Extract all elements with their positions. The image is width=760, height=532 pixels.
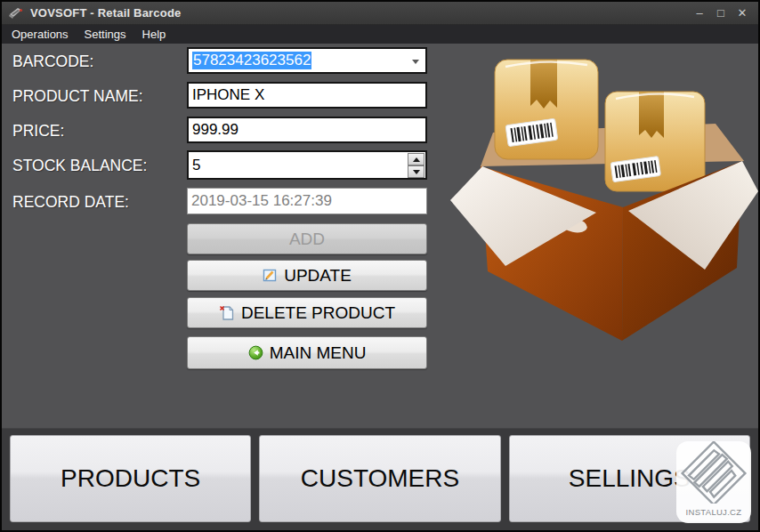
parcel-small [605, 92, 705, 191]
barcode-combobox[interactable]: 57823423623562 [187, 47, 427, 74]
nav-products-button[interactable]: PRODUCTS [10, 435, 251, 522]
nav-products-label: PRODUCTS [61, 464, 200, 493]
app-window: VOVSOFT - Retail Barcode – □ ✕ Operation… [0, 0, 760, 532]
nav-customers-button[interactable]: CUSTOMERS [259, 435, 500, 522]
spinner-down-icon [413, 170, 420, 174]
minimize-button[interactable]: – [691, 2, 708, 24]
window-controls: – □ ✕ [691, 2, 751, 24]
add-button-label: ADD [289, 230, 325, 249]
menu-bar: Operations Settings Help [2, 25, 758, 44]
price-label: PRICE: [12, 122, 64, 141]
nav-sellings-label: SELLINGS [569, 464, 691, 493]
stock-spin-down-button[interactable] [408, 165, 424, 178]
watermark-label: INSTALUJ.CZ [676, 507, 751, 517]
stock-balance-label: STOCK BALANCE: [12, 157, 147, 175]
edit-icon [263, 268, 278, 283]
barcode-label: BARCODE: [12, 52, 93, 71]
record-date-input[interactable] [187, 188, 427, 214]
menu-operations[interactable]: Operations [4, 25, 77, 44]
spinner-up-icon [413, 157, 420, 162]
product-name-input[interactable] [187, 82, 427, 109]
menu-help[interactable]: Help [134, 25, 174, 44]
dropdown-arrow-icon[interactable] [412, 60, 419, 64]
close-button[interactable]: ✕ [733, 2, 751, 24]
main-menu-button-label: MAIN MENU [270, 343, 367, 363]
maximize-button[interactable]: □ [712, 2, 730, 24]
stock-spin-up-button[interactable] [408, 153, 424, 165]
box-illustration [449, 51, 758, 346]
product-name-label: PRODUCT NAME: [12, 87, 143, 106]
record-date-label: RECORD DATE: [12, 193, 129, 212]
instaluj-watermark: INSTALUJ.CZ [676, 441, 751, 523]
update-button-label: UPDATE [284, 266, 352, 286]
app-icon [9, 6, 24, 20]
window-title: VOVSOFT - Retail Barcode [30, 6, 182, 20]
main-area: BARCODE: 57823423623562 PRODUCT NAME: PR… [2, 44, 758, 428]
stock-input[interactable] [187, 150, 427, 180]
delete-icon [219, 305, 235, 320]
main-menu-button[interactable]: MAIN MENU [187, 336, 427, 369]
bottom-bar: PRODUCTS CUSTOMERS SELLINGS INSTALUJ.CZ [2, 428, 758, 530]
nav-customers-label: CUSTOMERS [301, 464, 459, 493]
menu-settings[interactable]: Settings [77, 25, 134, 44]
delete-product-button[interactable]: DELETE PRODUCT [187, 297, 427, 328]
delete-product-button-label: DELETE PRODUCT [241, 303, 395, 323]
price-input[interactable] [187, 117, 427, 143]
add-button: ADD [187, 223, 427, 254]
instaluj-logo-icon [676, 441, 751, 504]
title-bar: VOVSOFT - Retail Barcode – □ ✕ [2, 2, 758, 25]
back-icon [248, 345, 263, 360]
update-button[interactable]: UPDATE [187, 260, 427, 291]
parcel-large [495, 60, 598, 159]
barcode-selected-text: 57823423623562 [192, 52, 311, 69]
